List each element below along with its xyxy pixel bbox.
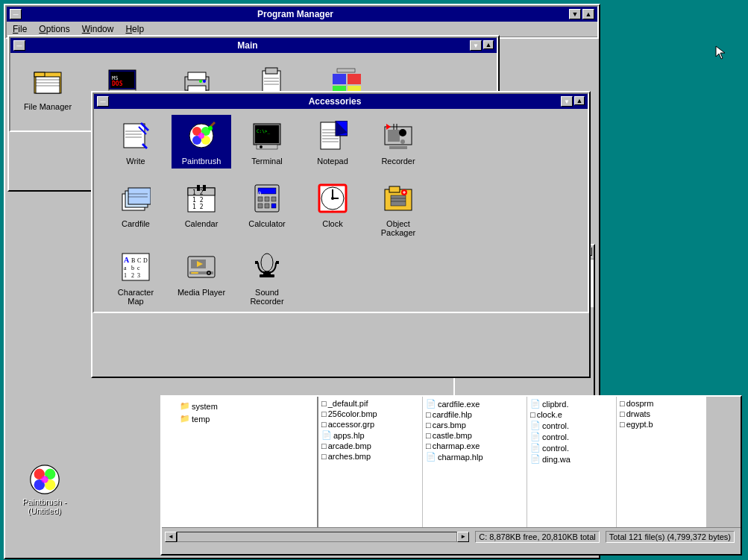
file-cars[interactable]: □cars.bmp: [424, 420, 529, 430]
file-area: 📁 system 📁 temp □_default.pif □256color.…: [162, 397, 741, 527]
status-left: C: 8,878KB free, 20,810KB total: [475, 531, 600, 543]
status-right: Total 121 file(s) (4,799,372 bytes): [606, 531, 735, 543]
tree-temp[interactable]: 📁 temp: [165, 412, 314, 425]
program-manager-title: Program Manager: [22, 9, 569, 19]
svg-rect-67: [197, 185, 200, 191]
file-ico: 📄: [426, 452, 436, 462]
calculator-icon: 0.: [249, 180, 285, 216]
icon-media-player[interactable]: Media Player: [172, 246, 231, 309]
icon-terminal[interactable]: C:\>_ Terminal: [237, 115, 297, 169]
write-icon: [118, 118, 154, 154]
icon-recorder[interactable]: Recorder: [368, 115, 428, 169]
terminal-label: Terminal: [251, 157, 283, 166]
svg-text:a: a: [124, 265, 127, 271]
file-egypt[interactable]: □egypt.b: [618, 419, 723, 430]
calculator-label: Calculator: [248, 219, 286, 228]
file-accessor[interactable]: □accessor.grp: [320, 419, 424, 430]
program-manager-maximize-button[interactable]: ▲: [582, 9, 594, 19]
notepad-label: Notepad: [317, 157, 348, 166]
file-charmap-hlp[interactable]: 📄charmap.hlp: [424, 451, 529, 462]
main-maximize-button[interactable]: ▲: [483, 40, 494, 49]
file-castle[interactable]: □castle.bmp: [424, 430, 529, 441]
file-arches[interactable]: □arches.bmp: [320, 451, 424, 462]
tree-system[interactable]: 📁 system: [165, 400, 314, 412]
icon-calendar[interactable]: 1 2 1 2 1 2 Calendar: [172, 177, 231, 240]
svg-rect-72: [265, 197, 269, 201]
scroll-track[interactable]: [177, 532, 457, 542]
file-ico: □: [620, 399, 625, 408]
icon-write[interactable]: Write: [106, 115, 166, 169]
main-title: Main: [25, 40, 470, 51]
accessories-dropdown-button[interactable]: ▼: [561, 96, 573, 107]
icon-object-packager[interactable]: Object Packager: [368, 177, 428, 240]
file-ico: □: [321, 452, 327, 461]
svg-rect-109: [207, 259, 213, 268]
main-controls: ▼ ▲: [470, 40, 494, 51]
svg-text:3: 3: [137, 272, 140, 279]
menu-help[interactable]: Help: [122, 23, 147, 35]
file-apps-hlp[interactable]: 📄apps.hlp: [320, 430, 424, 441]
svg-point-53: [400, 139, 405, 144]
icon-paintbrush[interactable]: Paintbrush: [172, 115, 231, 169]
paintbrush-label: Paintbrush: [182, 157, 221, 166]
accessories-maximize-button[interactable]: ▲: [574, 96, 585, 105]
file-default-pif[interactable]: □_default.pif: [320, 398, 424, 409]
clock-label: Clock: [322, 219, 343, 228]
icon-sound-recorder[interactable]: SoundRecorder: [237, 246, 297, 309]
file-ico: 📄: [530, 432, 541, 441]
menu-window[interactable]: Window: [79, 23, 117, 35]
menu-options[interactable]: Options: [36, 23, 72, 35]
svg-rect-12: [188, 72, 206, 80]
scroll-left[interactable]: ◄: [165, 532, 177, 542]
file-arcade[interactable]: □arcade.bmp: [320, 441, 424, 451]
desktop-paintbrush-label: Paintbrush - (Untitled): [22, 497, 66, 515]
recorder-icon: [380, 118, 416, 154]
media-player-label: Media Player: [177, 288, 225, 297]
icon-character-map[interactable]: A B C D a b c 1 2 3: [106, 246, 166, 309]
svg-point-120: [41, 476, 48, 483]
icon-clock[interactable]: Clock: [303, 177, 362, 240]
icon-file-manager[interactable]: File Manager: [18, 60, 78, 114]
svg-rect-73: [271, 197, 276, 201]
desktop-paintbrush-icon[interactable]: Paintbrush - (Untitled): [22, 462, 66, 515]
calendar-label: Calendar: [185, 219, 219, 228]
svg-text:C: C: [137, 257, 141, 264]
svg-rect-114: [276, 261, 279, 264]
file-ico: □: [321, 441, 327, 450]
main-dropdown-button[interactable]: ▼: [470, 40, 482, 51]
file-ico: □: [620, 420, 625, 429]
accessories-system-button[interactable]: ─: [97, 96, 109, 107]
svg-point-108: [208, 272, 210, 274]
file-dosprm[interactable]: □dosprm: [618, 398, 723, 409]
icon-cardfile[interactable]: Cardfile: [106, 177, 166, 240]
file-manager-bottom: 📁 system 📁 temp □_default.pif □256color.…: [160, 395, 742, 556]
svg-text:2: 2: [131, 272, 134, 279]
icon-calculator[interactable]: 0. Calculator: [237, 177, 297, 240]
sound-recorder-icon: [249, 249, 285, 285]
svg-rect-84: [389, 186, 400, 192]
mouse-cursor: [714, 45, 729, 60]
sound-recorder-label: SoundRecorder: [250, 288, 283, 306]
svg-rect-68: [203, 185, 206, 191]
main-system-button[interactable]: ─: [13, 40, 25, 51]
svg-text:D: D: [143, 257, 148, 264]
program-manager-minimize-button[interactable]: ▼: [569, 9, 581, 19]
file-drwats[interactable]: □drwats: [618, 409, 723, 419]
svg-point-35: [198, 133, 204, 139]
folder-icon: 📁: [180, 401, 190, 411]
svg-rect-113: [255, 261, 258, 264]
scroll-right[interactable]: ►: [457, 532, 469, 542]
file-ico: 📄: [530, 399, 541, 409]
file-ico: 📄: [426, 399, 436, 409]
file-cardfile-exe[interactable]: 📄cardfile.exe: [424, 398, 529, 409]
file-cardfile-hlp[interactable]: □cardfile.hlp: [424, 409, 529, 420]
menu-file[interactable]: File: [10, 23, 30, 35]
svg-rect-106: [191, 272, 198, 274]
file-256color[interactable]: □256color.bmp: [320, 409, 424, 419]
program-manager-system-button[interactable]: ─: [10, 9, 22, 19]
svg-rect-112: [260, 274, 274, 277]
file-manager-icon: [30, 63, 66, 99]
icon-notepad[interactable]: Notepad: [303, 115, 362, 169]
svg-text:DOS: DOS: [112, 81, 123, 87]
file-charmap-exe[interactable]: □charmap.exe: [424, 441, 529, 451]
